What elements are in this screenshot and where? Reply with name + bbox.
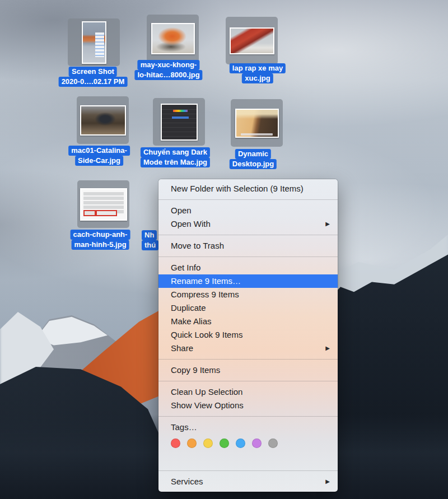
thumbnail-may-xuc — [151, 23, 195, 54]
menu-item-quick-look[interactable]: Quick Look 9 Items — [158, 328, 338, 342]
thumbnail-screen-shot — [82, 21, 106, 64]
file-label-lap-rap[interactable]: lap rap xe may xuc.jpg — [230, 63, 286, 83]
menu-separator — [158, 199, 338, 200]
menu-item-tags[interactable]: Tags… — [158, 421, 338, 434]
menu-item-move-to-trash[interactable]: Move to Trash — [158, 239, 338, 253]
tag-orange[interactable] — [187, 439, 197, 448]
context-menu: New Folder with Selection (9 Items) Open… — [158, 179, 338, 492]
file-label-may-xuc[interactable]: may-xuc-khong- lo-hitac…8000.jpg — [134, 60, 202, 80]
tag-green[interactable] — [220, 439, 229, 448]
tag-gray[interactable] — [268, 439, 278, 448]
menu-item-clean-up-selection[interactable]: Clean Up Selection — [158, 385, 338, 399]
file-icon-cach-chup[interactable] — [77, 180, 129, 228]
file-label-line: 2020-0….02.17 PM — [59, 77, 128, 87]
file-label-line: Screen Shot — [69, 67, 117, 77]
menu-item-open-with[interactable]: Open With ▶ — [158, 217, 338, 231]
thumbnail-dark-mode — [161, 104, 198, 141]
tag-yellow[interactable] — [203, 439, 213, 448]
submenu-arrow-icon: ▶ — [325, 217, 330, 231]
menu-item-show-view-options[interactable]: Show View Options — [158, 399, 338, 412]
submenu-arrow-icon: ▶ — [325, 342, 330, 355]
thumbnail-cach-chup — [80, 188, 127, 221]
file-label-line: Nh — [142, 230, 157, 240]
menu-item-get-info[interactable]: Get Info — [158, 261, 338, 274]
file-label-line: Side-Car.jpg — [75, 156, 123, 166]
menu-item-label: Services — [171, 477, 203, 486]
menu-item-make-alias[interactable]: Make Alias — [158, 315, 338, 328]
menu-item-rename[interactable]: Rename 9 Items… — [158, 274, 338, 288]
menu-item-copy[interactable]: Copy 9 Items — [158, 363, 338, 377]
tag-red[interactable] — [171, 439, 180, 448]
file-icon-may-xuc[interactable] — [147, 15, 199, 62]
menu-item-compress[interactable]: Compress 9 Items — [158, 288, 338, 301]
file-label-line: lap rap xe may — [230, 63, 286, 73]
thumbnail-lap-rap — [230, 27, 274, 54]
file-label-screen-shot[interactable]: Screen Shot 2020-0….02.17 PM — [59, 67, 128, 87]
tag-purple[interactable] — [252, 439, 262, 448]
submenu-arrow-icon: ▶ — [325, 475, 330, 488]
menu-separator — [158, 416, 338, 417]
file-label-line: Chuyển sang Dark — [141, 147, 210, 157]
file-label-line: mac01-Catalina- — [68, 146, 130, 156]
file-icon-dark-mode[interactable] — [153, 98, 205, 146]
tag-blue[interactable] — [236, 439, 245, 448]
file-label-line: lo-hitac…8000.jpg — [134, 70, 202, 80]
file-label-dark-mode[interactable]: Chuyển sang Dark Mode trên Mac.jpg — [141, 147, 210, 167]
file-label-line: Mode trên Mac.jpg — [141, 157, 210, 167]
file-label-line: thú — [142, 240, 158, 250]
menu-item-services[interactable]: Services ▶ — [158, 475, 338, 488]
file-label-line: man-hinh-5.jpg — [71, 240, 129, 250]
file-label-line: xuc.jpg — [242, 73, 273, 83]
file-label-line: Dynamic — [235, 149, 271, 159]
file-icon-lap-rap[interactable] — [226, 17, 278, 64]
file-icon-dynamic-desktop[interactable] — [231, 99, 283, 147]
menu-item-share[interactable]: Share ▶ — [158, 342, 338, 355]
thumbnail-mac01-catalina — [80, 105, 126, 136]
menu-separator — [158, 381, 338, 381]
file-label-partially-hidden[interactable]: Nh thú — [142, 230, 158, 250]
menu-separator — [158, 470, 338, 471]
menu-item-duplicate[interactable]: Duplicate — [158, 301, 338, 315]
file-icon-mac01-catalina[interactable] — [77, 96, 129, 144]
tag-color-row — [158, 434, 338, 452]
menu-separator — [158, 359, 338, 360]
file-label-line: Desktop.jpg — [230, 159, 277, 169]
file-label-mac01-catalina[interactable]: mac01-Catalina- Side-Car.jpg — [68, 146, 130, 166]
file-label-line: may-xuc-khong- — [138, 60, 199, 70]
file-label-line: cach-chup-anh- — [71, 230, 130, 240]
menu-item-new-folder[interactable]: New Folder with Selection (9 Items) — [158, 182, 338, 195]
menu-separator — [158, 235, 338, 235]
menu-item-label: Share — [171, 343, 193, 353]
menu-separator — [158, 257, 338, 257]
menu-spacer — [158, 452, 338, 467]
menu-item-open[interactable]: Open — [158, 204, 338, 217]
file-label-dynamic-desktop[interactable]: Dynamic Desktop.jpg — [230, 149, 277, 169]
file-label-cach-chup[interactable]: cach-chup-anh- man-hinh-5.jpg — [71, 230, 130, 250]
file-icon-screen-shot[interactable] — [68, 18, 120, 66]
thumbnail-dynamic-desktop — [235, 109, 279, 138]
menu-item-label: Open With — [171, 219, 211, 228]
desktop[interactable]: Screen Shot 2020-0….02.17 PM may-xuc-kho… — [0, 0, 448, 499]
